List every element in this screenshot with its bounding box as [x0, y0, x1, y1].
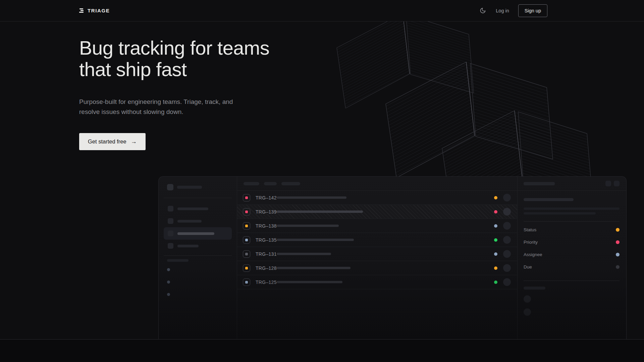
mock-detail-header — [518, 177, 626, 191]
issue-title-placeholder — [277, 239, 354, 241]
landing-page: TRIAGE Log in Sign up Bug tracking for t… — [0, 0, 644, 362]
mock-issue-row: TRG–125 — [237, 275, 517, 289]
mock-issue-row: TRG–138 — [237, 219, 517, 233]
page-title: Bug tracking for teams that ship fast — [79, 37, 547, 80]
issue-title-placeholder — [524, 198, 574, 201]
field-value-dot — [616, 228, 620, 232]
list-tab-placeholder — [264, 182, 277, 185]
issue-id: TRG–125 — [256, 280, 277, 285]
section-label-placeholder — [167, 259, 189, 262]
field-label: Assignee — [524, 252, 542, 257]
assignee-avatar — [503, 264, 511, 272]
get-started-button[interactable]: Get started free → — [79, 133, 146, 150]
issue-title-placeholder — [277, 267, 351, 269]
brand[interactable]: TRIAGE — [79, 8, 110, 13]
sidebar-item-icon — [168, 231, 173, 236]
sidebar-item-label-placeholder — [177, 220, 202, 223]
issue-type-icon — [243, 250, 250, 258]
issue-id: TRG–142 — [256, 195, 277, 200]
status-dot — [494, 196, 497, 199]
mock-sidebar-section — [159, 256, 237, 299]
app-mockup: TRG–142 TRG–139 TRG–138 TRG–1 — [158, 176, 627, 339]
mock-detail-field: Due — [524, 261, 620, 273]
mock-issue-list: TRG–142 TRG–139 TRG–138 TRG–1 — [237, 177, 518, 339]
field-value-dot — [616, 240, 620, 244]
sidebar-item-label-placeholder — [177, 207, 208, 210]
workspace-avatar — [167, 184, 173, 190]
mock-issue-rows: TRG–142 TRG–139 TRG–138 TRG–1 — [237, 191, 517, 289]
mock-sidebar-item — [164, 227, 232, 240]
mock-sidebar-dots — [167, 268, 228, 296]
issue-id: TRG–131 — [256, 251, 277, 257]
mock-sidebar — [159, 177, 237, 339]
sidebar-dot — [167, 293, 170, 296]
mock-issue-row: TRG–135 — [237, 233, 517, 247]
status-dot — [494, 281, 497, 284]
cta-label: Get started free — [88, 138, 126, 145]
assignee-avatar — [503, 194, 511, 201]
issue-id: TRG–139 — [256, 209, 277, 215]
assignee-avatar — [503, 250, 511, 258]
assignee-avatar — [503, 222, 511, 230]
mock-sidebar-item — [164, 215, 232, 227]
mock-issue-row: TRG–128 — [237, 261, 517, 275]
field-label: Status — [524, 227, 536, 232]
status-dot — [494, 238, 497, 242]
mock-detail-field: Priority — [524, 236, 620, 248]
detail-title-placeholder — [524, 182, 555, 185]
sidebar-item-icon — [168, 218, 173, 224]
field-label: Priority — [524, 240, 538, 245]
issue-type-icon — [243, 222, 250, 230]
footer-section — [0, 339, 644, 362]
mock-sidebar-item — [164, 240, 232, 252]
issue-id: TRG–135 — [256, 237, 277, 243]
list-tab-placeholder — [281, 182, 300, 185]
mock-detail-panel: Status Priority Assignee Due — [518, 177, 626, 339]
assignee-avatar — [503, 208, 511, 216]
issue-type-icon — [243, 264, 250, 272]
issue-title-placeholder — [277, 225, 339, 227]
assignee-avatar — [503, 236, 511, 244]
hero-section: Bug tracking for teams that ship fast Pu… — [0, 21, 644, 339]
issue-type-icon — [243, 279, 250, 286]
divider — [524, 281, 620, 281]
mock-issue-row: TRG–131 — [237, 247, 517, 261]
title-line-2: that ship fast — [79, 58, 186, 80]
sidebar-item-icon — [168, 243, 173, 249]
window-control-icon — [605, 181, 611, 186]
issue-title-placeholder — [277, 210, 363, 213]
status-dot — [494, 252, 497, 256]
activity-avatar — [524, 295, 531, 303]
title-line-1: Bug tracking for teams — [79, 37, 269, 59]
hero-subtitle: Purpose-built for engineering teams. Tri… — [79, 97, 247, 118]
field-value-dot — [616, 253, 620, 256]
mock-list-tabs — [237, 177, 517, 191]
issue-type-icon — [243, 236, 250, 244]
login-link[interactable]: Log in — [496, 8, 509, 13]
top-nav: TRIAGE Log in Sign up — [0, 0, 644, 21]
field-value-dot — [616, 265, 620, 269]
sidebar-dot — [167, 281, 170, 284]
description-placeholder — [524, 207, 620, 210]
window-controls — [605, 181, 620, 186]
window-control-icon — [614, 181, 620, 186]
mock-issue-row: TRG–142 — [237, 191, 517, 205]
mock-issue-row: TRG–139 — [237, 205, 517, 219]
sidebar-item-icon — [168, 206, 173, 212]
mock-workspace-header — [159, 177, 237, 198]
mock-activity-avatars — [524, 295, 620, 316]
issue-title-placeholder — [277, 253, 331, 255]
mock-detail-field: Assignee — [524, 248, 620, 261]
field-label: Due — [524, 264, 532, 269]
arrow-right-icon: → — [131, 138, 137, 145]
assignee-avatar — [503, 278, 511, 286]
activity-avatar — [524, 308, 531, 316]
issue-type-icon — [243, 194, 250, 201]
mock-detail-field: Status — [524, 224, 620, 236]
status-dot — [494, 224, 497, 228]
mock-field-list: Status Priority Assignee Due — [524, 222, 620, 274]
list-tab-placeholder — [244, 182, 259, 185]
signup-button[interactable]: Sign up — [518, 4, 547, 17]
theme-toggle-button[interactable] — [479, 7, 487, 15]
sidebar-item-label-placeholder — [177, 245, 199, 247]
